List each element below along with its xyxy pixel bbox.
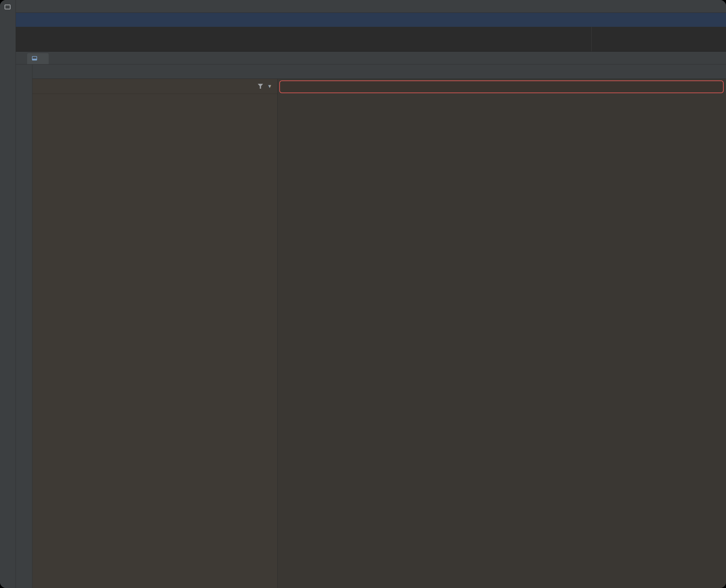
right-margin-guide xyxy=(591,27,592,51)
debug-content: ▼ xyxy=(16,65,726,588)
watch-row xyxy=(278,79,726,94)
filter-funnel-icon[interactable] xyxy=(258,84,263,89)
evaluate-expression-input[interactable] xyxy=(279,80,724,93)
debugger-control-strip xyxy=(16,65,32,588)
variables-panel xyxy=(278,79,726,588)
decompiler-banner xyxy=(16,13,726,27)
frames-panel: ▼ xyxy=(32,79,278,588)
main-area: ▼ xyxy=(16,0,726,588)
debug-window-icon xyxy=(32,55,37,62)
left-tool-stripe xyxy=(0,0,16,588)
editor-tab-bar xyxy=(16,0,726,13)
debug-session-tab[interactable] xyxy=(27,53,49,64)
ide-window: ▼ xyxy=(0,0,726,588)
code-editor[interactable] xyxy=(16,27,726,52)
debugger-area: ▼ xyxy=(32,65,726,588)
chevron-down-icon[interactable]: ▼ xyxy=(267,83,272,89)
thread-selector[interactable]: ▼ xyxy=(32,79,277,94)
debug-tool-window-bar xyxy=(16,52,726,65)
debugger-panels: ▼ xyxy=(32,79,726,588)
project-tool-icon[interactable] xyxy=(5,5,11,9)
frames-list xyxy=(32,94,277,588)
variables-list xyxy=(278,94,726,588)
debugger-toolbar xyxy=(32,65,726,79)
